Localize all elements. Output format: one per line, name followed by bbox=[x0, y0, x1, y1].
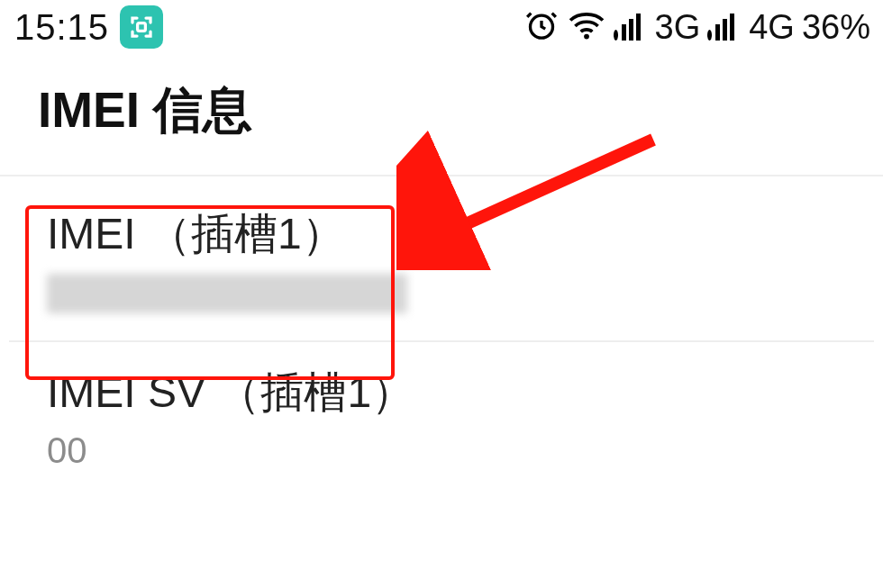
status-bar: 15:15 3G bbox=[0, 0, 883, 56]
signal-4g-icon bbox=[707, 12, 742, 42]
network-4g-label: 4G bbox=[749, 8, 795, 47]
svg-point-2 bbox=[584, 34, 589, 40]
status-bar-time: 15:15 bbox=[14, 7, 109, 48]
scan-icon bbox=[120, 5, 163, 49]
network-3g-label: 3G bbox=[655, 8, 701, 47]
wifi-icon bbox=[567, 9, 606, 45]
status-bar-left: 15:15 bbox=[14, 5, 163, 49]
imeisv-slot1-value: 00 bbox=[47, 430, 836, 471]
list-item-imei-slot1[interactable]: IMEI （插槽1） bbox=[9, 176, 874, 342]
alarm-icon bbox=[523, 7, 560, 47]
status-bar-right: 3G 4G 36% bbox=[523, 7, 870, 47]
signal-3g-icon bbox=[614, 12, 648, 42]
svg-rect-0 bbox=[138, 23, 146, 32]
header: IMEI 信息 bbox=[0, 56, 883, 176]
imeisv-slot1-label: IMEI SV （插槽1） bbox=[47, 364, 836, 421]
imei-slot1-value-redacted bbox=[47, 274, 407, 313]
list-item-imeisv-slot1[interactable]: IMEI SV （插槽1） 00 bbox=[9, 342, 874, 493]
page-title: IMEI 信息 bbox=[0, 56, 883, 175]
battery-percentage: 36% bbox=[802, 8, 870, 47]
imei-slot1-label: IMEI （插槽1） bbox=[47, 205, 836, 263]
